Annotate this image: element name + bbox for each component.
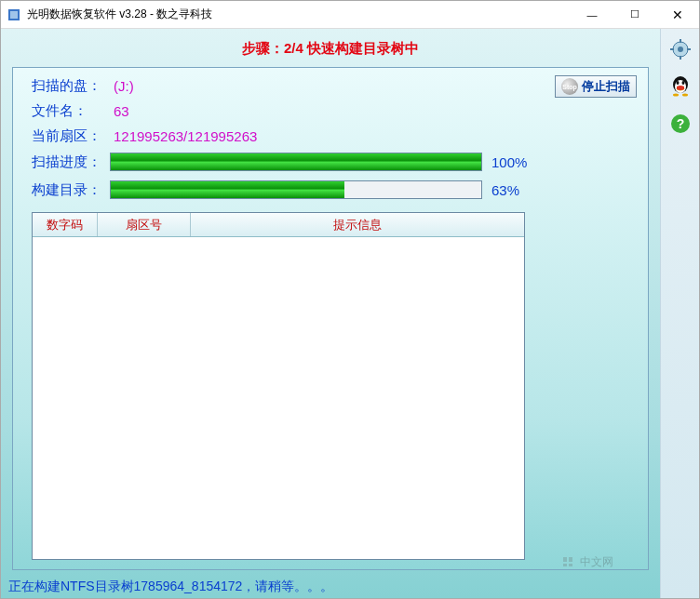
stop-button-label: 停止扫描 (582, 78, 630, 95)
svg-point-11 (681, 81, 684, 85)
stop-scan-button[interactable]: Stop 停止扫描 (555, 75, 637, 98)
close-button[interactable]: ✕ (656, 1, 699, 29)
svg-point-10 (676, 81, 679, 85)
svg-point-13 (682, 94, 688, 97)
window-controls: — ☐ ✕ (571, 1, 699, 29)
step-indicator: 步骤：2/4 快速构建目录树中 (1, 29, 660, 67)
filename-row: 文件名： 63 (32, 102, 635, 120)
sector-row: 当前扇区： 121995263/121995263 (32, 127, 635, 145)
table-body (33, 237, 524, 559)
sector-value: 121995263/121995263 (114, 128, 257, 144)
disk-row: 扫描的盘： (J:) (32, 77, 635, 95)
qq-icon (667, 73, 693, 100)
app-icon (7, 7, 21, 22)
svg-text:?: ? (676, 116, 684, 131)
col-message[interactable]: 提示信息 (191, 213, 524, 236)
scan-progress-row: 扫描进度： 100% (32, 153, 635, 171)
qq-button[interactable] (666, 72, 695, 101)
table-header: 数字码 扇区号 提示信息 (33, 213, 524, 237)
main-area: 步骤：2/4 快速构建目录树中 Stop 停止扫描 扫描的盘： (J:) 文件名… (1, 29, 660, 598)
right-toolbar: ? (660, 29, 699, 598)
scan-progress-bar (110, 153, 482, 171)
scan-progress-pct: 100% (491, 154, 527, 170)
minimize-button[interactable]: — (571, 1, 613, 29)
filename-value: 63 (114, 103, 129, 119)
disk-value: (J:) (114, 78, 134, 94)
svg-point-3 (678, 47, 683, 52)
disk-label: 扫描的盘： (32, 77, 110, 95)
svg-point-12 (673, 94, 679, 97)
help-button[interactable]: ? (666, 109, 695, 139)
content-panel: Stop 停止扫描 扫描的盘： (J:) 文件名： 63 当前扇区： 12199… (12, 67, 649, 570)
settings-button[interactable] (666, 34, 695, 64)
info-area: Stop 停止扫描 扫描的盘： (J:) 文件名： 63 当前扇区： 12199… (32, 77, 635, 208)
body: 步骤：2/4 快速构建目录树中 Stop 停止扫描 扫描的盘： (J:) 文件名… (1, 29, 699, 598)
filename-label: 文件名： (32, 102, 110, 120)
build-progress-row: 构建目录： 63% (32, 180, 635, 199)
col-code[interactable]: 数字码 (33, 213, 98, 236)
svg-rect-1 (10, 11, 18, 19)
results-table: 数字码 扇区号 提示信息 (32, 212, 525, 560)
stop-icon: Stop (561, 78, 578, 95)
build-progress-pct: 63% (491, 182, 519, 198)
build-progress-label: 构建目录： (32, 181, 110, 199)
status-text: 正在构建NTFS目录树1785964_8154172，请稍等。。。 (8, 579, 333, 595)
sector-label: 当前扇区： (32, 127, 110, 145)
gear-icon (668, 37, 693, 61)
scan-progress-fill (111, 153, 481, 170)
build-progress-bar (110, 180, 482, 199)
help-icon: ? (669, 113, 692, 135)
maximize-button[interactable]: ☐ (613, 1, 656, 29)
main-window: 光明数据恢复软件 v3.28 - 数之寻科技 — ☐ ✕ 步骤：2/4 快速构建… (0, 0, 700, 599)
scan-progress-label: 扫描进度： (32, 153, 110, 171)
status-bar: 正在构建NTFS目录树1785964_8154172，请稍等。。。 (1, 576, 660, 598)
col-sector[interactable]: 扇区号 (98, 213, 191, 236)
titlebar: 光明数据恢复软件 v3.28 - 数之寻科技 — ☐ ✕ (1, 1, 699, 29)
build-progress-fill (111, 181, 344, 198)
window-title: 光明数据恢复软件 v3.28 - 数之寻科技 (27, 7, 571, 22)
